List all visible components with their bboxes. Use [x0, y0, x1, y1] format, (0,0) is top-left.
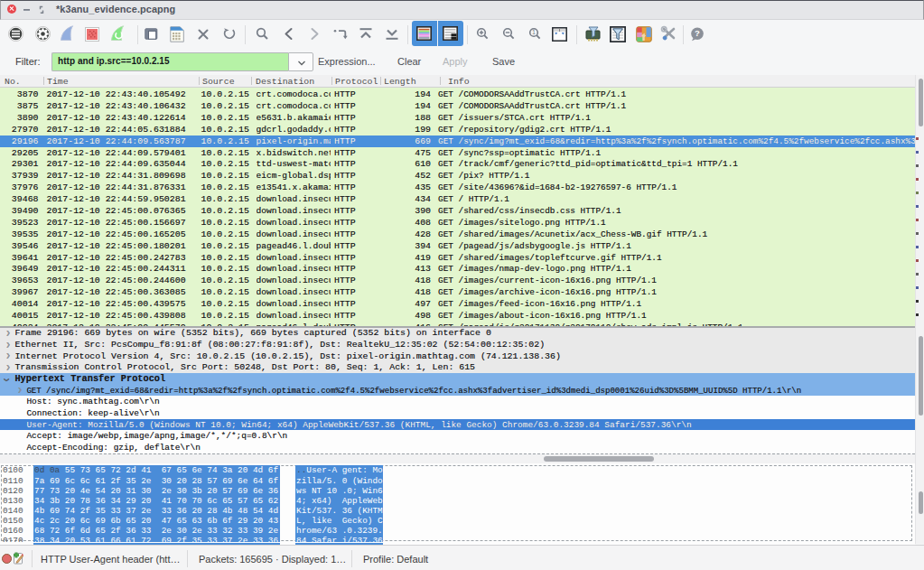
svg-text:1: 1: [532, 29, 536, 35]
svg-text:?: ?: [695, 28, 700, 38]
